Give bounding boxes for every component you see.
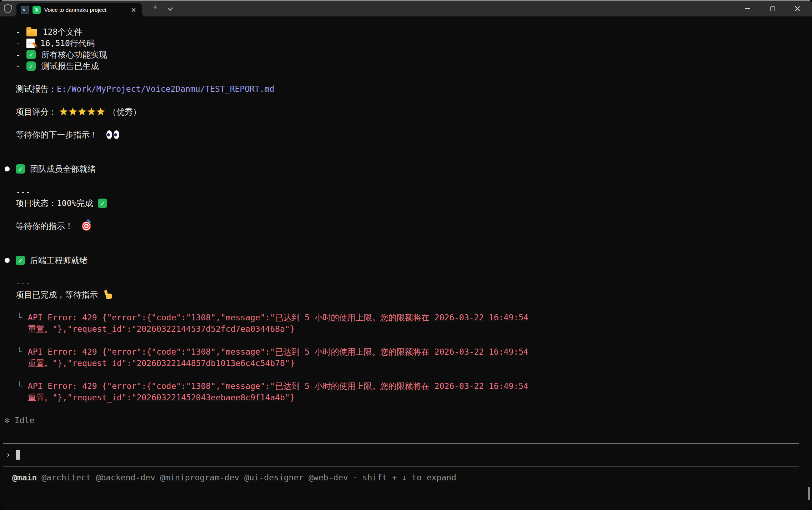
check-mark-icon	[98, 199, 107, 208]
await-line: 等待你的指示！	[0, 220, 812, 232]
folder-icon	[26, 29, 37, 36]
prompt-input-line[interactable]: ›	[0, 449, 812, 460]
rating-label: 项目评分：	[16, 106, 57, 118]
input-box-bottom-border	[0, 460, 812, 472]
bullet-icon	[5, 258, 10, 263]
checklist-text: 16,510行代码	[40, 38, 95, 49]
terminal-window: Voice to danmaku project × + × - 128个文件 …	[0, 0, 812, 510]
list-dash: -	[16, 50, 21, 59]
scrollbar-thumb[interactable]	[808, 487, 810, 500]
minimize-button[interactable]	[735, 1, 760, 16]
section-title: 团队成员全部就绪	[30, 164, 96, 175]
checklist-text: 测试报告已生成	[41, 61, 99, 72]
claude-spark-icon	[32, 6, 41, 14]
section-title: 后端工程师就绪	[30, 255, 87, 266]
target-icon	[82, 221, 91, 231]
status-line: 项目已完成，等待指示	[0, 289, 812, 300]
new-tab-button[interactable]: +	[150, 2, 160, 12]
check-mark-icon	[16, 164, 25, 174]
status-text: 项目状态：100%完成	[16, 198, 93, 209]
tab-dropdown-chevron-icon[interactable]	[167, 5, 173, 11]
idle-text: Idle	[15, 416, 34, 425]
minimize-icon	[745, 8, 750, 9]
tab-close-icon[interactable]: ×	[129, 6, 139, 14]
api-error-line: 重置。"},"request_id":"20260322144857db1013…	[0, 358, 812, 369]
api-error-line: └ API Error: 429 {"error":{"code":"1308"…	[0, 380, 812, 392]
tab-voice-to-danmaku[interactable]: Voice to danmaku project ×	[16, 3, 142, 16]
checklist-item: - 16,510行代码	[0, 38, 812, 49]
report-label: 测试报告：	[16, 84, 57, 95]
section-header: 后端工程师就绪	[0, 255, 812, 266]
report-line: 测试报告： E:/Work/MyProject/Voice2Danmu/TEST…	[0, 83, 812, 95]
corner-glyph: └	[17, 381, 22, 391]
maximize-button[interactable]	[760, 1, 785, 16]
agent-list: @architect @backend-dev @miniprogram-dev…	[41, 473, 348, 482]
report-path[interactable]: E:/Work/MyProject/Voice2Danmu/TEST_REPOR…	[57, 84, 274, 94]
checklist-item: - 128个文件	[0, 26, 812, 38]
expand-hint: shift + ↓ to expand	[362, 473, 456, 482]
api-error-line: └ API Error: 429 {"error":{"code":"1308"…	[0, 346, 812, 358]
list-dash: -	[16, 61, 21, 71]
separator-dot: ·	[353, 473, 358, 482]
star-icon	[78, 108, 86, 116]
checklist-text: 所有核心功能实现	[41, 49, 107, 60]
maximize-icon	[770, 6, 775, 11]
titlebar: Voice to danmaku project × + ×	[0, 0, 812, 16]
star-icon	[96, 108, 105, 116]
input-box-top-border	[0, 438, 812, 449]
section-header: 团队成员全部就绪	[0, 163, 812, 175]
divider-line: ---	[0, 278, 812, 289]
text-cursor	[16, 450, 20, 460]
bullet-icon	[5, 166, 10, 171]
checklist-item: - 测试报告已生成	[0, 60, 812, 72]
check-mark-icon	[26, 50, 36, 59]
powershell-icon	[21, 6, 29, 14]
tab-title: Voice to danmaku project	[44, 7, 125, 13]
list-dash: -	[16, 27, 21, 36]
check-mark-icon	[16, 256, 25, 265]
window-controls: ×	[735, 1, 810, 16]
checklist-text: 128个文件	[43, 26, 82, 38]
await-next-text: 等待你的下一步指示！	[16, 129, 98, 140]
close-icon: ×	[794, 4, 801, 13]
api-error-line: 重置。"},"request_id":"20260322144537d52fcd…	[0, 323, 812, 335]
corner-glyph: └	[17, 347, 22, 356]
await-text: 等待你的指示！	[16, 221, 73, 232]
status-text: 项目已完成，等待指示	[16, 289, 98, 300]
admin-shield-icon	[4, 4, 12, 14]
status-line: 项目状态：100%完成	[0, 198, 812, 209]
api-error-line: 重置。"},"request_id":"202603221452043eebae…	[0, 392, 812, 403]
check-mark-icon	[26, 61, 36, 71]
rating-suffix: （优秀）	[108, 106, 141, 118]
divider-line: ---	[0, 186, 812, 198]
checklist-item: - 所有核心功能实现	[0, 49, 812, 60]
prompt-chevron: ›	[6, 450, 11, 459]
rating-line: 项目评分： （优秀）	[0, 106, 812, 118]
memo-icon	[26, 39, 35, 48]
star-icon	[87, 108, 96, 116]
thumbs-up-icon	[104, 290, 113, 299]
corner-glyph: └	[17, 313, 22, 322]
api-error-line: └ API Error: 429 {"error":{"code":"1308"…	[0, 312, 812, 323]
terminal-content: - 128个文件 - 16,510行代码 - 所有核心功能实现 - 测试报告已生…	[0, 16, 812, 483]
star-icon	[59, 108, 68, 116]
agent-main: @main	[12, 473, 37, 482]
list-dash: -	[16, 39, 21, 48]
spinner-spark-icon: ✻	[5, 416, 10, 425]
await-next-line: 等待你的下一步指示！	[0, 129, 812, 140]
close-button[interactable]: ×	[785, 1, 810, 16]
star-rating	[59, 108, 105, 116]
idle-status-line: ✻ Idle	[0, 415, 812, 426]
agent-status-bar: @main @architect @backend-dev @miniprogr…	[0, 472, 812, 483]
eyes-icon	[106, 130, 119, 139]
star-icon	[69, 108, 77, 116]
